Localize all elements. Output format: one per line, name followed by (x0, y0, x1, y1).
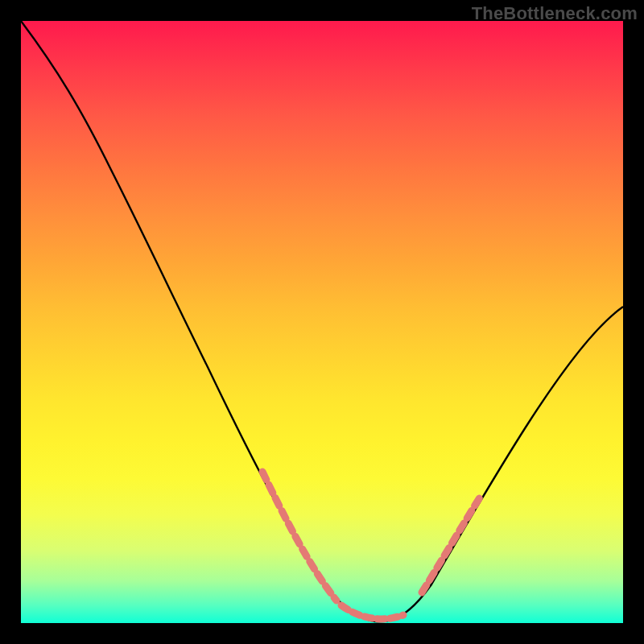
curve-svg (21, 21, 623, 623)
watermark-text: TheBottleneck.com (472, 3, 638, 24)
highlight-group-right (422, 497, 480, 592)
bottleneck-curve (21, 21, 623, 621)
chart-frame: TheBottleneck.com (0, 0, 644, 644)
plot-area (21, 21, 623, 623)
highlight-group-left (262, 472, 336, 601)
highlight-group-bottom (341, 605, 403, 619)
